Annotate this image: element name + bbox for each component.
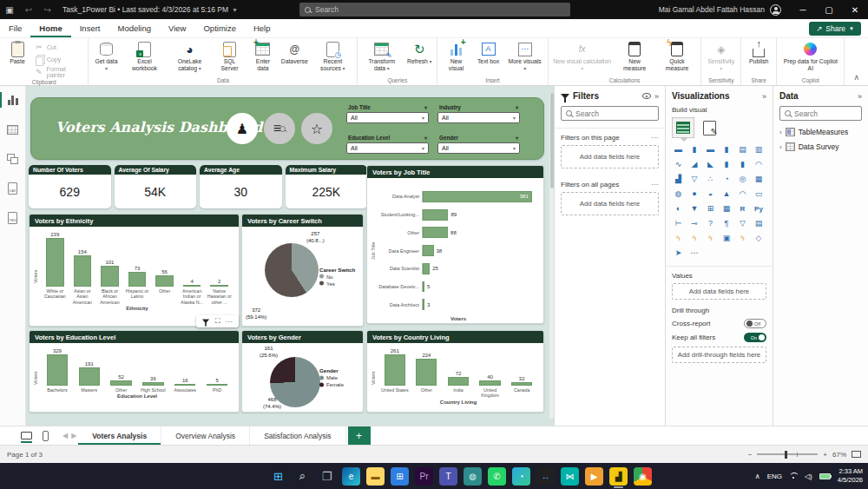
bar[interactable]	[74, 255, 92, 287]
build-visual-tab[interactable]	[672, 117, 694, 138]
bar[interactable]	[128, 272, 147, 287]
keep-all-filters-toggle[interactable]: On	[744, 333, 766, 342]
multi-row-card-icon[interactable]: ◐	[672, 202, 685, 215]
maximize-button[interactable]: ▢	[816, 0, 842, 19]
power-automate-icon[interactable]: ➤	[672, 247, 685, 259]
bar[interactable]	[46, 238, 64, 287]
slicer-dropdown[interactable]: All▾	[346, 112, 429, 123]
more-options-icon[interactable]: ⋯	[226, 318, 233, 326]
more-visuals-button[interactable]: More visuals ▾	[505, 40, 545, 76]
fit-to-page-icon[interactable]	[852, 451, 861, 458]
waterfall-chart-icon[interactable]: ▟	[672, 173, 685, 185]
data-item-data survey[interactable]: ›Data Survey	[779, 142, 862, 151]
bar[interactable]	[385, 354, 405, 386]
taskbar-whatsapp-icon[interactable]: ✆	[488, 467, 506, 486]
ribbon-tab-home[interactable]: Home	[30, 19, 70, 37]
gauge-icon[interactable]: ◠	[736, 188, 749, 200]
taskbar-task-view-icon[interactable]: ❐	[318, 467, 336, 486]
treemap-icon[interactable]: ▦	[753, 173, 766, 185]
model-view-button[interactable]	[0, 150, 26, 168]
r-script-visual-icon[interactable]: R	[736, 202, 749, 215]
slicer-dropdown[interactable]: All▾	[437, 142, 520, 154]
scatter-chart-icon[interactable]: ∴	[704, 173, 717, 185]
taskbar-start-icon[interactable]: ⊞	[269, 467, 287, 486]
paste-button[interactable]: Paste	[3, 40, 32, 78]
copy-button[interactable]: Copy	[34, 54, 85, 64]
slicer-industry[interactable]: Industry▾All▾	[437, 102, 520, 127]
card-icon[interactable]: ▭	[753, 188, 766, 200]
page-tab-voters-analysis[interactable]: Voters Analysis	[78, 426, 161, 445]
new-measure-button[interactable]: New measure	[615, 40, 654, 76]
ribbon-tab-modeling[interactable]: Modeling	[108, 19, 160, 37]
filters-search[interactable]	[561, 106, 659, 121]
bar[interactable]	[210, 285, 228, 287]
legend-item[interactable]: Female	[319, 382, 358, 387]
focus-mode-icon[interactable]: ⛶	[215, 317, 220, 326]
avatar[interactable]	[770, 4, 781, 16]
add-data-fields-dropzone[interactable]: Add data fields here	[561, 145, 659, 169]
bolt-gauge-icon[interactable]: ϟ	[688, 232, 701, 244]
collapse-pane-icon[interactable]: »	[762, 92, 766, 101]
slicer-job-title[interactable]: Job Title▾All▾	[346, 102, 429, 127]
shape-map-icon[interactable]: ◒	[704, 188, 717, 200]
qa-visual-icon[interactable]: ?	[704, 217, 717, 229]
cross-report-toggle[interactable]: Off	[744, 319, 766, 328]
prev-page-icon[interactable]: ◀	[61, 432, 69, 439]
zoom-in-icon[interactable]: +	[823, 451, 827, 459]
bar[interactable]	[423, 209, 448, 221]
onelake-catalog-button[interactable]: ◕OneLake catalog ▾	[168, 40, 211, 76]
paginated-report-icon[interactable]: ▤	[753, 217, 766, 229]
taskbar-store-icon[interactable]: ⊞	[391, 467, 409, 486]
ribbon-tab-file[interactable]: File	[0, 19, 30, 37]
donut-chart-icon[interactable]: ◎	[736, 173, 749, 185]
table-view-button[interactable]	[0, 121, 26, 138]
save-icon[interactable]: ▣	[0, 5, 19, 15]
taskbar-power-bi-icon[interactable]: ▟	[609, 467, 628, 486]
values-dropzone[interactable]: Add data fields here	[672, 283, 766, 300]
global-search[interactable]	[299, 3, 570, 17]
collapse-pane-icon[interactable]: »	[858, 92, 862, 101]
voters-by-career-switch-chart[interactable]: Voters by Career Switch257(40.8...)372(5…	[241, 214, 364, 327]
100-stacked-bar-chart-icon[interactable]: ▤	[736, 143, 749, 155]
line-chart-icon[interactable]: ∿	[672, 158, 685, 170]
format-painter-button[interactable]: ✎Format painter	[34, 66, 85, 78]
100-stacked-column-chart-icon[interactable]: ▥	[753, 143, 766, 155]
get-data-button[interactable]: Get data ▾	[91, 40, 121, 76]
minimize-button[interactable]: ─	[790, 0, 816, 19]
slicer-icon[interactable]: ▼	[688, 202, 701, 215]
new-visual-calculation-button[interactable]: fxNew visual calculation ▾	[551, 40, 614, 76]
bar[interactable]	[207, 384, 227, 386]
ribbon-tab-insert[interactable]: Insert	[71, 19, 109, 37]
taskbar-globe-app-icon[interactable]: ◍	[464, 467, 482, 486]
add-data-fields-dropzone[interactable]: Add data fields here	[561, 192, 659, 215]
slicer-education-level[interactable]: Education Level▾All▾	[346, 133, 429, 157]
taskbar-file-explorer-icon[interactable]: ▬	[366, 467, 385, 486]
bar[interactable]	[142, 382, 163, 386]
ribbon-tab-view[interactable]: View	[160, 19, 194, 37]
line-and-clustered-column-chart-icon[interactable]: ▮	[736, 158, 749, 170]
volume-icon[interactable]: ◁)	[805, 472, 812, 480]
bar[interactable]	[79, 367, 100, 386]
data-item-tablemeasures[interactable]: ›TableMeasures	[779, 128, 862, 136]
eye-icon[interactable]	[642, 93, 651, 99]
dax-query-view-button[interactable]	[0, 180, 26, 197]
data-search-input[interactable]	[794, 109, 857, 118]
dashboard-header[interactable]: Voters Analysis Dashboard ♟ ≡ ☆ Job Titl…	[30, 97, 544, 160]
tray-chevron-icon[interactable]: ∧	[755, 472, 760, 480]
bar[interactable]	[423, 227, 448, 238]
taskbar-edge-circle-icon[interactable]: ◔	[512, 467, 530, 486]
new-visual-button[interactable]: New visual	[440, 40, 471, 76]
bar[interactable]	[416, 359, 437, 386]
recent-sources-button[interactable]: Recent sources ▾	[311, 40, 354, 76]
taskbar-media-app-icon[interactable]: ▶	[585, 467, 603, 486]
ribbon-tab-help[interactable]: Help	[245, 19, 279, 37]
zoom-slider[interactable]	[757, 453, 818, 455]
key-influencers-icon[interactable]: ⊢	[672, 217, 685, 229]
stacked-area-chart-icon[interactable]: ◣	[704, 158, 717, 170]
undo-icon[interactable]: ↩	[19, 5, 38, 15]
excel-workbook-button[interactable]: Excel workbook	[122, 40, 166, 76]
bolt-card-icon[interactable]: ϟ	[672, 232, 685, 244]
taskbar-premiere-icon[interactable]: Pr	[415, 467, 433, 486]
bar[interactable]	[47, 354, 68, 386]
dataverse-button[interactable]: @Dataverse	[279, 40, 309, 76]
